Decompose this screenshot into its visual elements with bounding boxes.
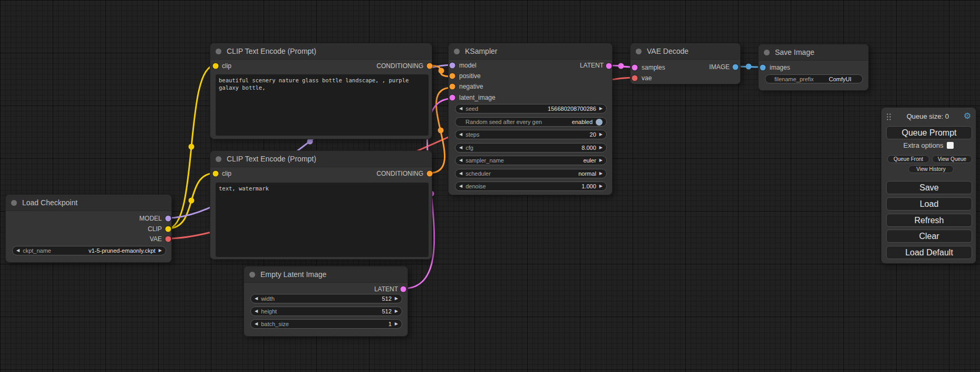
steps-widget[interactable]: ◀ steps 20 ▶ — [455, 130, 607, 139]
output-port-latent[interactable] — [606, 63, 612, 69]
next-arrow-icon[interactable]: ▶ — [599, 184, 603, 188]
node-status-dot-icon[interactable] — [249, 272, 255, 278]
output-port-model[interactable] — [166, 216, 171, 222]
prev-arrow-icon[interactable]: ◀ — [16, 249, 20, 253]
next-arrow-icon[interactable]: ▶ — [599, 107, 603, 111]
settings-gear-icon[interactable]: ⚙ — [964, 112, 971, 120]
node-empty-latent-image[interactable]: Empty Latent Image LATENT ◀ width 512 ▶ … — [244, 266, 408, 337]
prev-arrow-icon[interactable]: ◀ — [255, 309, 258, 313]
input-label-vae: vae — [642, 74, 652, 82]
prompt-textarea[interactable]: beautiful scenery nature glass bottle la… — [216, 74, 429, 136]
next-arrow-icon[interactable]: ▶ — [599, 146, 603, 150]
widget-value: ComfyUI — [829, 76, 851, 82]
node-header[interactable]: Load Checkpoint — [6, 195, 171, 211]
output-port-image[interactable] — [733, 64, 739, 70]
input-port-negative[interactable] — [450, 84, 455, 90]
prev-arrow-icon[interactable]: ◀ — [459, 184, 462, 188]
node-status-dot-icon[interactable] — [216, 156, 221, 162]
sampler-name-widget[interactable]: ◀ sampler_name euler ▶ — [455, 156, 607, 165]
input-port-model[interactable] — [450, 63, 455, 69]
input-port-images[interactable] — [760, 65, 766, 71]
queue-prompt-button[interactable]: Queue Prompt — [886, 126, 972, 139]
drag-handle-icon[interactable] — [886, 112, 892, 120]
node-status-dot-icon[interactable] — [636, 49, 642, 54]
input-port-positive[interactable] — [450, 73, 455, 79]
output-port-clip[interactable] — [166, 226, 171, 232]
output-port-latent[interactable] — [401, 287, 406, 292]
node-title: KSampler — [465, 47, 497, 55]
queue-panel-top: Queue size: 0 ⚙ — [881, 108, 976, 120]
node-header[interactable]: CLIP Text Encode (Prompt) — [210, 43, 432, 60]
next-arrow-icon[interactable]: ▶ — [599, 132, 603, 137]
next-arrow-icon[interactable]: ▶ — [395, 297, 398, 301]
refresh-button[interactable]: Refresh — [886, 214, 972, 227]
next-arrow-icon[interactable]: ▶ — [599, 158, 603, 163]
next-arrow-icon[interactable]: ▶ — [395, 309, 398, 313]
prev-arrow-icon[interactable]: ◀ — [459, 132, 462, 137]
random-seed-toggle-widget[interactable]: Random seed after every gen enabled — [455, 117, 607, 127]
view-queue-button[interactable]: View Queue — [932, 155, 972, 163]
cfg-widget[interactable]: ◀ cfg 8.000 ▶ — [455, 143, 607, 152]
seed-widget[interactable]: ◀ seed 156680208700286 ▶ — [455, 104, 607, 113]
output-label-conditioning: CONDITIONING — [376, 170, 423, 177]
node-status-dot-icon[interactable] — [216, 49, 221, 54]
prev-arrow-icon[interactable]: ◀ — [459, 146, 462, 150]
next-arrow-icon[interactable]: ▶ — [395, 322, 398, 326]
next-arrow-icon[interactable]: ▶ — [599, 171, 603, 176]
widget-value: 1 — [389, 321, 392, 327]
height-widget[interactable]: ◀ height 512 ▶ — [250, 307, 402, 316]
ckpt-name-widget[interactable]: ◀ ckpt_name v1-5-pruned-emaonly.ckpt ▶ — [12, 246, 166, 255]
next-arrow-icon[interactable]: ▶ — [159, 249, 162, 253]
denoise-widget[interactable]: ◀ denoise 1.000 ▶ — [455, 182, 607, 191]
node-header[interactable]: Empty Latent Image — [244, 266, 407, 283]
node-header[interactable]: Save Image — [759, 44, 868, 61]
widget-label: batch_size — [261, 321, 289, 327]
filename-prefix-widget[interactable]: filename_prefix ComfyUI — [765, 74, 863, 83]
queue-front-button[interactable]: Queue Front — [887, 155, 929, 163]
extra-options-label: Extra options — [904, 141, 944, 149]
node-save-image[interactable]: Save Image images filename_prefix ComfyU… — [758, 44, 869, 91]
node-status-dot-icon[interactable] — [454, 49, 460, 54]
prev-arrow-icon[interactable]: ◀ — [459, 158, 462, 163]
input-port-vae[interactable] — [632, 75, 638, 81]
toggle-knob-icon[interactable] — [596, 119, 603, 126]
node-header[interactable]: KSampler — [449, 43, 612, 60]
node-load-checkpoint[interactable]: Load Checkpoint MODEL CLIP VAE ◀ ckpt_na… — [5, 194, 172, 263]
node-header[interactable]: VAE Decode — [630, 43, 740, 60]
node-status-dot-icon[interactable] — [764, 50, 770, 55]
output-label-latent: LATENT — [580, 62, 604, 69]
load-default-button[interactable]: Load Default — [886, 246, 972, 259]
batch-size-widget[interactable]: ◀ batch_size 1 ▶ — [250, 319, 402, 329]
width-widget[interactable]: ◀ width 512 ▶ — [250, 294, 402, 303]
extra-options-row: Extra options — [881, 141, 976, 149]
widget-value: normal — [578, 170, 596, 177]
input-port-clip[interactable] — [213, 171, 219, 177]
prev-arrow-icon[interactable]: ◀ — [255, 297, 258, 301]
clear-button[interactable]: Clear — [886, 230, 972, 243]
node-clip-text-encode-positive[interactable]: CLIP Text Encode (Prompt) clip CONDITION… — [210, 43, 432, 139]
load-button[interactable]: Load — [886, 197, 972, 211]
input-port-latent-image[interactable] — [450, 95, 455, 101]
prev-arrow-icon[interactable]: ◀ — [255, 322, 258, 326]
node-status-dot-icon[interactable] — [11, 200, 17, 206]
node-ksampler[interactable]: KSampler model positive negative latent_… — [448, 43, 613, 195]
prev-arrow-icon[interactable]: ◀ — [459, 107, 462, 111]
extra-options-checkbox[interactable] — [947, 142, 954, 149]
prompt-textarea[interactable]: text, watermark — [216, 183, 429, 257]
input-port-clip[interactable] — [213, 63, 219, 69]
output-port-conditioning[interactable] — [427, 171, 433, 177]
prev-arrow-icon[interactable]: ◀ — [459, 171, 462, 176]
queue-panel: Queue size: 0 ⚙ Queue Prompt Extra optio… — [881, 107, 976, 264]
node-header[interactable]: CLIP Text Encode (Prompt) — [210, 151, 432, 167]
node-clip-text-encode-negative[interactable]: CLIP Text Encode (Prompt) clip CONDITION… — [210, 150, 432, 260]
input-label-positive: positive — [459, 72, 481, 80]
output-port-conditioning[interactable] — [427, 63, 433, 69]
comfyui-canvas[interactable]: { "colors": { "model": "#b49ae8", "clip"… — [0, 0, 980, 372]
scheduler-widget[interactable]: ◀ scheduler normal ▶ — [455, 169, 607, 178]
save-button[interactable]: Save — [886, 181, 972, 194]
output-port-vae[interactable] — [166, 236, 171, 242]
input-port-samples[interactable] — [632, 65, 638, 71]
widget-label: steps — [465, 131, 479, 138]
view-history-button[interactable]: View History — [908, 165, 954, 173]
node-vae-decode[interactable]: VAE Decode samples vae IMAGE — [630, 43, 741, 84]
